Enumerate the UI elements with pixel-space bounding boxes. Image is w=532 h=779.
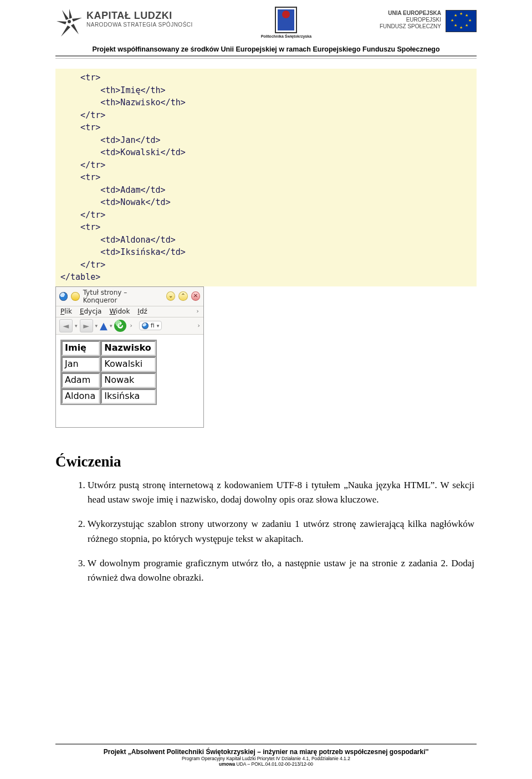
cell-nazwisko: Nowak	[101, 373, 156, 388]
menubar-chevron-icon[interactable]: ›	[197, 308, 199, 315]
footer-program: Program Operacyjny Kapitał Ludzki Priory…	[0, 756, 532, 761]
browser-menubar: Plik Edycja Widok Idź ›	[56, 306, 203, 317]
close-button[interactable]: ✕	[191, 291, 200, 301]
tab-dropdown-icon[interactable]: ▾	[157, 323, 160, 329]
svg-marker-5	[62, 10, 69, 20]
ue-line1: UNIA EUROPEJSKA	[380, 10, 441, 17]
menu-edit[interactable]: Edycja	[80, 308, 102, 315]
page-footer: Projekt „Absolwent Politechniki Świętokr…	[0, 744, 532, 767]
cell-nazwisko: Kowalski	[101, 357, 156, 372]
browser-titlebar: Tytuł strony – Konqueror ⌄ ⌃ ✕	[56, 287, 203, 306]
section-heading: Ćwiczenia	[55, 453, 477, 470]
page-header: KAPITAŁ LUDZKI NARODOWA STRATEGIA SPÓJNO…	[0, 0, 532, 39]
cell-nazwisko: Iksińska	[101, 389, 156, 404]
cell-imie: Adam	[62, 373, 100, 388]
cell-imie: Jan	[62, 357, 100, 372]
ue-line2: EUROPEJSKI	[380, 17, 441, 23]
cell-imie: Aldona	[62, 389, 100, 404]
menu-file[interactable]: Plik	[60, 308, 72, 315]
window-title: Tytuł strony – Konqueror	[83, 289, 160, 304]
up-button[interactable]: ▲	[100, 320, 108, 332]
forward-button[interactable]: ►	[80, 319, 93, 332]
reload-button[interactable]	[114, 320, 126, 332]
footer-project-title: Projekt „Absolwent Politechniki Świętokr…	[0, 748, 532, 756]
menu-go[interactable]: Idź	[137, 308, 147, 315]
ue-line3: FUNDUSZ SPOŁECZNY	[380, 23, 441, 30]
pinwheel-icon	[55, 8, 83, 39]
tab-strip[interactable]: fi ▾	[139, 321, 162, 330]
footer-divider	[55, 744, 477, 745]
funding-statement: Projekt współfinansowany ze środków Unii…	[0, 45, 532, 53]
favicon-icon	[71, 292, 79, 301]
minimize-button[interactable]: ⌄	[166, 291, 175, 301]
ps-shield-icon	[275, 7, 297, 33]
svg-marker-3	[61, 25, 70, 37]
exercise-item-3: W dowolnym programie graficznym utwórz t…	[88, 556, 477, 586]
tab-globe-icon	[142, 322, 149, 329]
menu-view[interactable]: Widok	[109, 308, 130, 315]
exercise-list: Utwórz pustą stronę internetową z kodowa…	[55, 478, 477, 586]
browser-window: Tytuł strony – Konqueror ⌄ ⌃ ✕ Plik Edyc…	[55, 286, 204, 428]
politechnika-logo: Politechnika Świętokrzyska	[261, 7, 311, 38]
svg-marker-4	[57, 21, 66, 24]
forward-dropdown[interactable]: ▾	[95, 320, 98, 332]
table-row: Adam Nowak	[62, 373, 156, 388]
ps-label: Politechnika Świętokrzyska	[261, 34, 311, 38]
svg-point-6	[68, 20, 71, 23]
exercise-item-1: Utwórz pustą stronę internetową z kodowa…	[88, 478, 477, 508]
exercise-item-2: Wykorzystując szablon strony utworzony w…	[88, 517, 477, 546]
table-row: Jan Kowalski	[62, 357, 156, 372]
html-code-listing: <tr> <th>Imię</th> <th>Nazwisko</th> </t…	[55, 69, 477, 286]
toolbar-end-chevron-icon[interactable]: ›	[198, 322, 200, 329]
globe-icon	[59, 292, 68, 301]
svg-marker-1	[72, 18, 82, 22]
browser-toolbar: ◄ ▾ ► ▾ ▲ ▾ › fi ▾ ›	[56, 317, 203, 335]
kapital-ludzki-logo: KAPITAŁ LUDZKI NARODOWA STRATEGIA SPÓJNO…	[55, 8, 193, 39]
browser-viewport: Imię Nazwisko Jan Kowalski Adam Nowak Al…	[56, 335, 203, 427]
table-header-nazwisko: Nazwisko	[101, 341, 156, 356]
table-header-row: Imię Nazwisko	[62, 341, 156, 356]
eu-flag-icon: ★ ★ ★ ★ ★ ★ ★ ★	[446, 10, 477, 32]
kl-title: KAPITAŁ LUDZKI	[86, 10, 193, 22]
names-table: Imię Nazwisko Jan Kowalski Adam Nowak Al…	[60, 340, 157, 405]
reload-icon	[116, 322, 124, 330]
svg-marker-0	[69, 9, 72, 19]
back-dropdown[interactable]: ▾	[75, 320, 78, 332]
back-button[interactable]: ◄	[59, 319, 73, 332]
footer-contract: umowa UDA – POKL.04.01.02-00-213/12-00	[0, 761, 532, 767]
table-header-imie: Imię	[62, 341, 100, 356]
eu-logo-block: UNIA EUROPEJSKA EUROPEJSKI FUNDUSZ SPOŁE…	[380, 10, 477, 32]
up-dropdown[interactable]: ▾	[110, 320, 112, 332]
maximize-button[interactable]: ⌃	[178, 291, 187, 301]
table-row: Aldona Iksińska	[62, 389, 156, 404]
svg-marker-2	[71, 24, 79, 34]
toolbar-chevron-icon[interactable]: ›	[130, 322, 132, 329]
kl-subtitle: NARODOWA STRATEGIA SPÓJNOŚCI	[86, 22, 193, 28]
tab-label: fi	[151, 322, 155, 329]
